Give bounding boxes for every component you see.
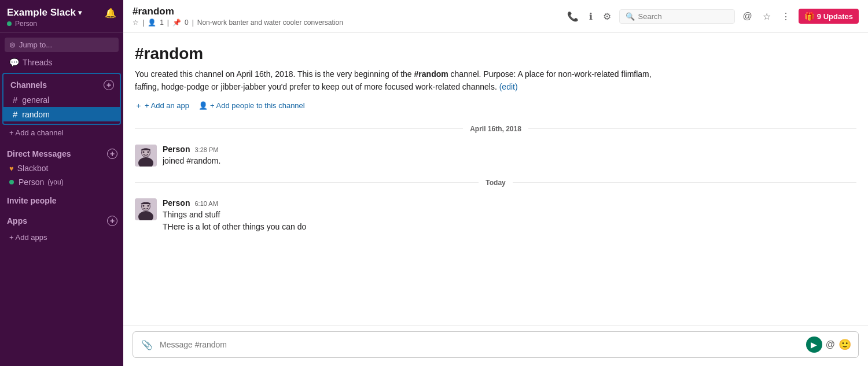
slackbot-label: Slackbot: [17, 164, 49, 173]
emoji-icon[interactable]: 🙂: [838, 338, 851, 351]
attach-file-icon[interactable]: 📎: [140, 338, 154, 352]
message-input[interactable]: [160, 340, 800, 349]
message-body: Person 6:10 AM Things and stuff THere is…: [163, 198, 856, 233]
search-bar[interactable]: 🔍: [619, 9, 735, 24]
jump-to-button[interactable]: ⊜ Jump to...: [5, 38, 119, 52]
avatar: [135, 198, 157, 220]
channel-star-icon[interactable]: ☆: [133, 19, 139, 27]
pin-icon: 📌: [172, 19, 181, 27]
search-icon: 🔍: [626, 12, 635, 21]
main-content: #random ☆ | 👤 1 | 📌 0 | Non-work banter …: [123, 0, 868, 366]
jump-to-label: Jump to...: [19, 40, 52, 49]
meta-divider1: |: [142, 19, 144, 27]
channel-name-text: #random: [133, 6, 174, 17]
edit-channel-link[interactable]: (edit): [499, 82, 518, 91]
person-online-dot: [9, 180, 14, 184]
info-icon[interactable]: ℹ: [587, 9, 595, 24]
apps-label: Apps: [7, 216, 27, 225]
phone-icon[interactable]: 📞: [565, 9, 581, 24]
svg-point-5: [148, 151, 149, 153]
add-channel-link[interactable]: + Add a channel: [0, 126, 123, 139]
member-count: 1: [160, 19, 164, 27]
meta-divider2: |: [167, 19, 169, 27]
date-divider-today: Today: [135, 179, 856, 187]
user-status-text: Person: [15, 20, 37, 28]
settings-gear-icon[interactable]: ⚙: [601, 9, 613, 24]
message-item: Person 3:28 PM joined #random.: [135, 142, 856, 169]
message-author[interactable]: Person: [163, 145, 190, 154]
avatar: [135, 145, 157, 167]
send-button[interactable]: ▶: [806, 337, 822, 353]
svg-point-10: [143, 205, 145, 206]
search-input[interactable]: [638, 12, 729, 21]
at-mention-icon[interactable]: @: [741, 9, 755, 24]
invite-people-label: Invite people: [7, 196, 57, 205]
add-dm-icon[interactable]: +: [107, 149, 117, 159]
user-status-line: Person: [7, 20, 116, 28]
online-status-dot: [7, 21, 12, 26]
pin-count: 0: [185, 19, 189, 27]
sidebar: Example Slack ▾ 🔔 Person ⊜ Jump to... 💬 …: [0, 0, 123, 366]
sidebar-item-threads[interactable]: 💬 Threads: [0, 56, 123, 69]
message-input-box: 📎 ▶ @ 🙂: [133, 331, 859, 358]
add-app-label: + Add an app: [145, 101, 189, 110]
message-header: Person 6:10 AM: [163, 198, 856, 208]
message-time: 3:28 PM: [194, 146, 218, 153]
channels-label: Channels: [10, 80, 47, 90]
sidebar-item-general[interactable]: # general: [3, 93, 120, 107]
add-people-button[interactable]: 👤 + Add people to this channel: [198, 101, 305, 111]
threads-icon: 💬: [9, 58, 19, 67]
more-icon[interactable]: ⋮: [779, 9, 793, 24]
message-text: joined #random.: [163, 155, 856, 167]
meta-divider3: |: [192, 19, 194, 27]
apps-section: Apps +: [0, 210, 123, 231]
sidebar-item-random[interactable]: # random: [3, 107, 120, 121]
star-icon[interactable]: ☆: [760, 9, 773, 24]
workspace-name[interactable]: Example Slack ▾: [7, 7, 82, 19]
workspace-chevron-icon: ▾: [78, 9, 82, 17]
notification-bell-icon[interactable]: 🔔: [105, 8, 116, 19]
svg-point-11: [148, 205, 149, 206]
add-people-icon-btn: 👤: [198, 101, 208, 110]
dm-section-header[interactable]: Direct Messages +: [0, 143, 123, 161]
channel-meta: ☆ | 👤 1 | 📌 0 | Non-work banter and wate…: [133, 19, 343, 27]
random-channel-label: random: [22, 110, 49, 119]
updates-label: 9 Updates: [817, 12, 853, 21]
intro-text-before: You created this channel on April 16th, …: [135, 69, 414, 79]
person-dm-label: Person: [19, 178, 44, 187]
add-app-icon[interactable]: +: [107, 216, 117, 226]
date-april-label: April 16th, 2018: [470, 125, 521, 133]
at-mention-input-icon[interactable]: @: [826, 339, 835, 350]
sidebar-item-slackbot[interactable]: ♥ Slackbot: [0, 161, 123, 175]
channel-hash-general-icon: #: [13, 95, 17, 105]
date-divider-april: April 16th, 2018: [135, 125, 856, 133]
input-right-icons: ▶ @ 🙂: [806, 337, 851, 353]
channels-section-wrapper: Channels + # general # random: [2, 73, 121, 125]
workspace-name-text: Example Slack: [7, 7, 76, 19]
sidebar-header: Example Slack ▾ 🔔 Person: [0, 0, 123, 33]
message-text-2: THere is a lot of other things you can d…: [163, 221, 856, 233]
slackbot-heart-icon: ♥: [9, 164, 14, 173]
sidebar-item-person-dm[interactable]: Person (you): [0, 175, 123, 189]
updates-button[interactable]: 🎁 9 Updates: [799, 9, 859, 24]
channel-header-right: 📞 ℹ ⚙ 🔍 @ ☆ ⋮ 🎁 9 Updates: [565, 9, 859, 24]
channels-section-header[interactable]: Channels +: [3, 74, 120, 93]
channel-description: Non-work banter and water cooler convers…: [197, 19, 343, 27]
channel-intro-title: #random: [135, 45, 856, 63]
add-apps-label: + Add apps: [9, 233, 47, 242]
invite-people-button[interactable]: Invite people: [0, 191, 123, 210]
date-today-label: Today: [486, 179, 505, 187]
message-author[interactable]: Person: [163, 198, 190, 208]
channel-hash-random-icon: #: [13, 109, 17, 119]
apps-section-header[interactable]: Apps +: [0, 210, 123, 228]
add-app-button[interactable]: ＋ + Add an app: [135, 101, 189, 111]
add-channel-icon[interactable]: +: [104, 80, 114, 90]
input-area: 📎 ▶ @ 🙂: [123, 325, 868, 366]
threads-label: Threads: [23, 58, 52, 67]
add-apps-link[interactable]: + Add apps: [0, 231, 123, 244]
channel-header: #random ☆ | 👤 1 | 📌 0 | Non-work banter …: [123, 0, 868, 33]
channel-title-area: #random ☆ | 👤 1 | 📌 0 | Non-work banter …: [133, 6, 343, 27]
channel-bold-name: #random: [414, 69, 448, 79]
svg-point-4: [143, 151, 145, 153]
member-count-icon: 👤: [148, 19, 156, 27]
